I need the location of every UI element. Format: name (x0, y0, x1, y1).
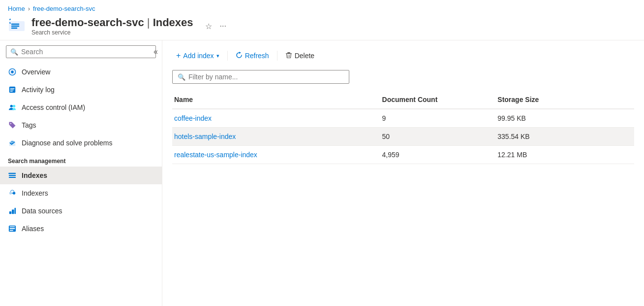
sidebar: 🔍 « Overview (0, 40, 162, 306)
refresh-button[interactable]: Refresh (232, 49, 273, 63)
delete-label: Delete (295, 52, 314, 60)
sidebar-item-overview[interactable]: Overview (0, 63, 162, 81)
indexes-icon (8, 171, 17, 180)
page-header: free-demo-search-svc | Indexes Search se… (0, 14, 644, 40)
data-sources-icon (8, 206, 17, 215)
tags-icon (8, 121, 17, 130)
table-header-row: Name Document Count Storage Size (172, 92, 634, 109)
filter-input[interactable] (188, 73, 344, 81)
breadcrumb-home[interactable]: Home (8, 5, 25, 12)
table-row: realestate-us-sample-index4,95912.21 MB (172, 146, 634, 164)
sidebar-item-overview-label: Overview (22, 68, 50, 76)
sidebar-item-aliases-label: Aliases (22, 225, 44, 233)
svg-rect-22 (12, 209, 14, 214)
sidebar-item-indexes-label: Indexes (22, 171, 47, 179)
filter-bar[interactable]: 🔍 (172, 70, 349, 84)
table-row: coffee-index999.95 KB (172, 109, 634, 128)
overview-icon (8, 68, 17, 76)
search-input[interactable] (21, 48, 152, 56)
svg-point-10 (10, 105, 13, 107)
more-options-button[interactable]: ··· (218, 20, 228, 33)
sidebar-item-tags-label: Tags (22, 121, 36, 129)
refresh-label: Refresh (245, 52, 269, 60)
sidebar-item-data-sources[interactable]: Data sources (0, 202, 162, 220)
svg-rect-8 (10, 90, 14, 90)
breadcrumb: Home › free-demo-search-svc (0, 0, 644, 14)
add-index-button[interactable]: + Add index ▾ (172, 48, 223, 63)
svg-rect-15 (9, 173, 16, 174)
favorite-button[interactable]: ☆ (203, 20, 214, 33)
sidebar-item-access-control[interactable]: Access control (IAM) (0, 99, 162, 116)
sidebar-item-access-control-label: Access control (IAM) (22, 103, 85, 111)
doc-count-cell: 4,959 (380, 146, 496, 164)
add-index-label: Add index (183, 52, 214, 60)
service-icon (8, 17, 26, 35)
toolbar-sep-2 (277, 51, 277, 61)
index-name-link[interactable]: hotels-sample-index (174, 133, 236, 140)
svg-point-5 (11, 70, 13, 73)
toolbar: + Add index ▾ Refresh (172, 48, 634, 63)
search-icon: 🔍 (10, 48, 18, 56)
svg-rect-28 (286, 53, 292, 54)
sidebar-item-diagnose[interactable]: Diagnose and solve problems (0, 134, 162, 152)
content-area: + Add index ▾ Refresh (162, 40, 644, 306)
doc-count-cell: 9 (380, 109, 496, 128)
header-subtitle: Search service (31, 29, 193, 36)
sidebar-item-diagnose-label: Diagnose and solve problems (22, 139, 112, 147)
aliases-icon (8, 224, 17, 233)
page-title: free-demo-search-svc | Indexes (31, 16, 193, 29)
breadcrumb-service[interactable]: free-demo-search-svc (33, 5, 95, 12)
col-name: Name (172, 92, 380, 109)
storage-size-cell: 12.21 MB (495, 146, 634, 164)
activity-log-icon (8, 85, 17, 94)
delete-icon (285, 52, 292, 60)
sidebar-item-indexers-label: Indexers (22, 189, 48, 197)
svg-point-11 (13, 105, 15, 107)
add-index-icon: + (176, 51, 181, 60)
svg-point-12 (10, 123, 11, 124)
svg-rect-23 (14, 208, 16, 214)
sidebar-item-indexes[interactable]: Indexes (0, 167, 162, 184)
index-name-cell[interactable]: realestate-us-sample-index (172, 146, 380, 164)
filter-icon: 🔍 (178, 73, 185, 81)
header-actions: ☆ ··· (203, 20, 228, 33)
index-name-cell[interactable]: coffee-index (172, 109, 380, 128)
refresh-icon (236, 52, 243, 60)
index-name-cell[interactable]: hotels-sample-index (172, 128, 380, 146)
index-table-wrap: Name Document Count Storage Size coffee-… (172, 92, 634, 298)
sidebar-search-area: 🔍 (0, 40, 162, 63)
sidebar-item-data-sources-label: Data sources (22, 207, 62, 215)
toolbar-sep-1 (227, 51, 228, 61)
sidebar-item-indexers[interactable]: Indexers (0, 184, 162, 202)
svg-rect-26 (10, 228, 15, 229)
sidebar-item-tags[interactable]: Tags (0, 116, 162, 134)
svg-rect-29 (287, 52, 290, 53)
index-table: Name Document Count Storage Size coffee-… (172, 92, 634, 164)
col-storage: Storage Size (495, 92, 634, 109)
sidebar-item-activity-log[interactable]: Activity log (0, 81, 162, 99)
access-control-icon (8, 103, 17, 112)
delete-button[interactable]: Delete (281, 49, 318, 63)
svg-rect-9 (10, 91, 13, 92)
svg-rect-17 (9, 177, 16, 178)
add-index-dropdown-icon: ▾ (216, 53, 219, 59)
index-name-link[interactable]: coffee-index (174, 114, 212, 122)
col-doc-count: Document Count (380, 92, 496, 109)
sidebar-collapse-button[interactable]: « (150, 45, 162, 58)
sidebar-item-aliases[interactable]: Aliases (0, 220, 162, 238)
svg-rect-21 (9, 211, 11, 214)
sidebar-list: Overview Activity log (0, 63, 162, 306)
svg-rect-16 (9, 175, 16, 176)
svg-rect-27 (10, 230, 13, 231)
table-row: hotels-sample-index50335.54 KB (172, 128, 634, 146)
header-title-block: free-demo-search-svc | Indexes Search se… (31, 16, 193, 36)
breadcrumb-sep: › (28, 5, 30, 12)
main-layout: 🔍 « Overview (0, 40, 644, 306)
storage-size-cell: 335.54 KB (495, 128, 634, 146)
doc-count-cell: 50 (380, 128, 496, 146)
storage-size-cell: 99.95 KB (495, 109, 634, 128)
sidebar-item-activity-log-label: Activity log (22, 86, 55, 94)
sidebar-search-wrap[interactable]: 🔍 (6, 45, 156, 58)
index-name-link[interactable]: realestate-us-sample-index (174, 151, 257, 159)
svg-point-19 (13, 192, 15, 194)
